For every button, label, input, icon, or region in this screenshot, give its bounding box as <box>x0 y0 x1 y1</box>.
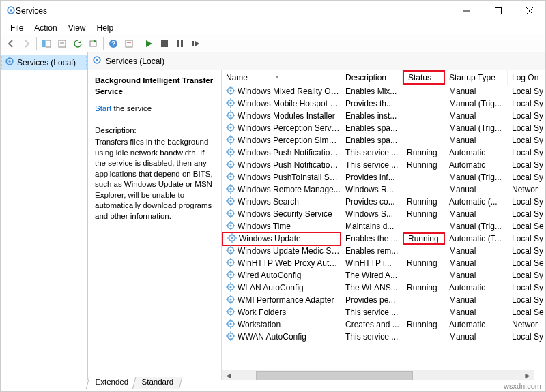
start-suffix: the service <box>111 104 152 112</box>
svg-point-79 <box>229 200 231 202</box>
gear-icon <box>226 282 235 294</box>
maximize-button[interactable] <box>483 1 514 21</box>
menu-help[interactable]: Help <box>93 22 118 34</box>
service-name: WLAN AutoConfig <box>238 283 304 292</box>
service-row[interactable]: Windows Push Notification...This service… <box>222 159 545 171</box>
service-description: This service ... <box>341 160 403 170</box>
svg-point-139 <box>229 322 231 325</box>
stop-service-button[interactable] <box>157 36 172 51</box>
show-hide-tree-button[interactable] <box>39 36 54 51</box>
start-service-button[interactable] <box>141 36 156 51</box>
tab-extended[interactable]: Extended <box>86 377 137 389</box>
gear-icon <box>226 295 235 306</box>
menu-view[interactable]: View <box>64 22 90 34</box>
service-row[interactable]: Windows Mobile Hotspot S...Provides th..… <box>222 97 545 110</box>
close-button[interactable] <box>514 1 545 21</box>
service-row[interactable]: Windows Perception ServiceEnables spa...… <box>222 122 545 134</box>
restart-service-button[interactable] <box>188 36 203 51</box>
service-name: Windows Modules Installer <box>238 111 335 121</box>
service-row[interactable]: WinHTTP Web Proxy Auto-...WinHTTP i...Ru… <box>222 257 545 269</box>
pause-service-button[interactable] <box>173 36 188 51</box>
column-startup[interactable]: Startup Type <box>445 70 508 85</box>
svg-rect-3 <box>495 8 502 14</box>
gear-icon <box>226 184 235 196</box>
service-row[interactable]: Windows SearchProvides co...RunningAutom… <box>222 196 545 208</box>
service-row[interactable]: Windows Remote Manage...Windows R...Manu… <box>222 183 545 196</box>
service-row[interactable]: Windows Security ServiceWindows S...Runn… <box>222 208 545 220</box>
column-name[interactable]: Name∧ <box>222 70 341 85</box>
minimize-button[interactable] <box>451 1 483 21</box>
service-description: Maintains d... <box>341 222 403 231</box>
service-logon: Local Se <box>508 222 545 231</box>
svg-point-1 <box>10 9 12 12</box>
service-startup: Manual (Trig... <box>445 99 508 108</box>
gear-icon <box>226 331 235 343</box>
service-row[interactable]: Windows Modules InstallerEnables inst...… <box>222 110 545 122</box>
service-row[interactable]: WWAN AutoConfigThis service ...ManualLoc… <box>222 331 545 343</box>
back-button[interactable] <box>3 36 18 51</box>
horizontal-scrollbar[interactable]: ◄ ► <box>222 370 534 380</box>
gear-icon <box>226 123 235 134</box>
service-startup: Manual <box>445 111 508 121</box>
service-description: Provides th... <box>341 99 403 108</box>
scrollbar-thumb[interactable] <box>256 371 413 380</box>
scroll-left-icon[interactable]: ◄ <box>222 371 235 380</box>
service-logon: Local Sy <box>508 172 545 182</box>
service-startup: Automatic <box>445 320 508 329</box>
service-row[interactable]: Windows PushToInstall Serv...Provides in… <box>222 171 545 183</box>
service-row[interactable]: Work FoldersThis service ...ManualLocal … <box>222 306 545 318</box>
service-startup: Manual <box>445 209 508 219</box>
panel-title: Services (Local) <box>106 57 164 66</box>
column-description[interactable]: Description <box>341 70 403 85</box>
service-row[interactable]: Windows Push Notification...This service… <box>222 147 545 159</box>
service-name: Windows Mixed Reality Op... <box>238 87 341 96</box>
service-startup: Automatic (... <box>445 197 508 207</box>
service-row[interactable]: Wired AutoConfigThe Wired A...ManualLoca… <box>222 269 545 282</box>
service-name: Wired AutoConfig <box>238 271 301 280</box>
export-button[interactable] <box>86 36 101 51</box>
service-logon: Local Sy <box>508 234 545 243</box>
gear-icon <box>226 270 235 282</box>
service-row[interactable]: Windows TimeMaintains d...Manual (Trig..… <box>222 220 545 232</box>
service-name: WinHTTP Web Proxy Auto-... <box>238 258 341 268</box>
service-row[interactable]: WorkstationCreates and ...RunningAutomat… <box>222 318 545 331</box>
service-row[interactable]: WMI Performance AdapterProvides pe...Man… <box>222 294 545 306</box>
service-name: WMI Performance Adapter <box>238 295 334 305</box>
panel-header: Services (Local) <box>88 52 545 70</box>
gear-icon <box>226 307 235 318</box>
service-startup: Manual (Trig... <box>445 123 508 133</box>
tree-root-services-local[interactable]: Services (Local) <box>1 55 87 70</box>
service-name: Windows Search <box>238 197 299 207</box>
service-startup: Manual <box>445 185 508 194</box>
help-button[interactable]: ? <box>106 36 121 51</box>
forward-button[interactable] <box>19 36 34 51</box>
gear-icon <box>226 86 235 97</box>
menu-bar: File Action View Help <box>1 21 545 35</box>
service-row[interactable]: Windows Mixed Reality Op...Enables Mix..… <box>222 85 545 97</box>
tab-standard[interactable]: Standard <box>132 377 182 389</box>
service-description: Provides inf... <box>341 172 403 182</box>
service-description: This service ... <box>341 148 403 157</box>
svg-rect-15 <box>127 42 131 43</box>
menu-action[interactable]: Action <box>30 22 61 34</box>
column-logon[interactable]: Log On <box>508 70 545 85</box>
service-name: Windows Security Service <box>238 209 332 219</box>
start-link[interactable]: Start <box>95 104 111 112</box>
refresh-button[interactable] <box>70 36 85 51</box>
svg-point-37 <box>229 114 231 116</box>
properties-button[interactable] <box>55 36 70 51</box>
service-status: Running <box>403 320 445 329</box>
description-label: Description: <box>95 125 214 136</box>
service-row[interactable]: Windows Perception Simul...Enables spa..… <box>222 134 545 147</box>
service-row[interactable]: Windows UpdateEnables the ...RunningAuto… <box>222 232 545 245</box>
service-row[interactable]: WLAN AutoConfigThe WLANS...RunningAutoma… <box>222 282 545 294</box>
action-button[interactable] <box>121 36 136 51</box>
service-row[interactable]: Windows Update Medic Ser...Enables rem..… <box>222 245 545 257</box>
svg-point-97 <box>231 237 233 239</box>
column-status[interactable]: Status <box>403 70 445 85</box>
menu-file[interactable]: File <box>6 22 27 34</box>
service-name: Windows Perception Simul... <box>238 136 341 145</box>
tree-pane: Services (Local) <box>1 52 88 380</box>
service-startup: Automatic <box>445 148 508 157</box>
scroll-right-icon[interactable]: ► <box>521 371 534 380</box>
